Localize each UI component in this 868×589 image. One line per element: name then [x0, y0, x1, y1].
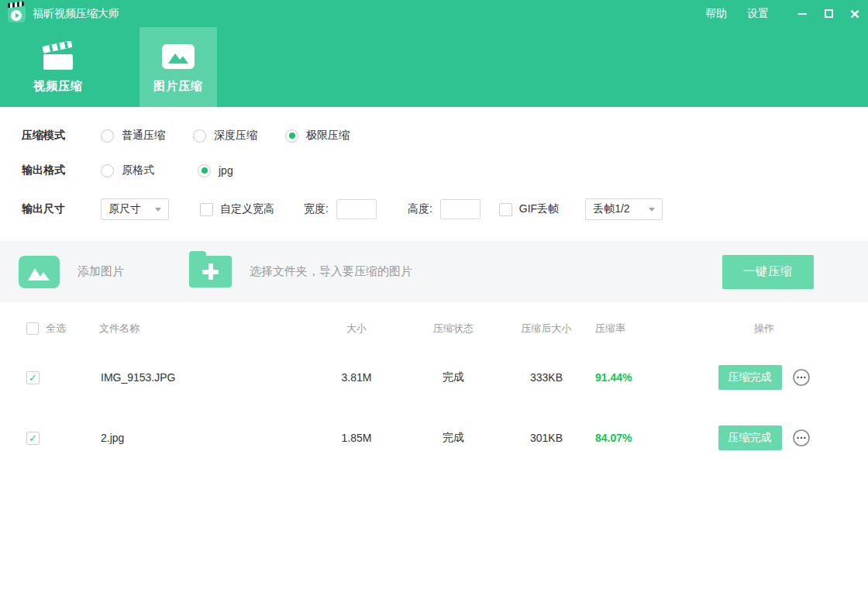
radio-normal-compress[interactable]: 普通压缩 [101, 129, 165, 143]
cell-actions: 压缩完成 [682, 365, 846, 390]
checkbox-checked-icon [26, 432, 40, 445]
more-options-button[interactable] [792, 368, 811, 387]
close-icon: × [850, 5, 859, 22]
add-images-button[interactable]: 添加图片 [19, 256, 124, 288]
output-size-label: 输出尺寸 [22, 202, 101, 216]
header-status: 压缩状态 [403, 322, 504, 336]
maximize-icon [825, 9, 833, 18]
radio-icon-selected [198, 164, 211, 177]
radio-extreme-compress[interactable]: 极限压缩 [285, 129, 350, 143]
checkbox-label: 自定义宽高 [220, 202, 274, 216]
row-checkbox[interactable] [22, 371, 99, 384]
radio-label: 极限压缩 [306, 129, 350, 143]
minimize-button[interactable] [789, 0, 815, 27]
settings-menu-item[interactable]: 设置 [747, 7, 769, 21]
compress-mode-row: 压缩模式 普通压缩 深度压缩 极限压缩 [22, 129, 868, 143]
maximize-button[interactable] [815, 0, 842, 27]
picture-icon [160, 41, 196, 72]
cell-status: 完成 [403, 431, 504, 445]
output-format-label: 输出格式 [22, 164, 101, 177]
output-size-row: 输出尺寸 原尺寸 自定义宽高 宽度: 高度: GIF丢帧 丢帧1/2 [22, 198, 868, 220]
clapperboard-icon [40, 41, 76, 72]
cell-ratio: 91.44% [589, 371, 682, 384]
file-table: 全选 文件名称 大小 压缩状态 压缩后大小 压缩率 操作 IMG_9153.JP… [0, 310, 868, 468]
row-checkbox[interactable] [22, 432, 99, 445]
checkbox-checked-icon [26, 371, 40, 384]
chevron-down-icon [155, 208, 161, 212]
width-label: 宽度: [304, 202, 329, 216]
radio-icon [193, 129, 206, 143]
cell-compressed-size: 333KB [504, 371, 589, 384]
checkbox-label: GIF丢帧 [519, 202, 559, 216]
radio-label: 深度压缩 [214, 129, 257, 143]
cell-actions: 压缩完成 [682, 425, 846, 450]
custom-size-checkbox[interactable]: 自定义宽高 [200, 202, 274, 216]
tab-video-compress[interactable]: 视频压缩 [19, 27, 97, 107]
import-bar: 添加图片 选择文件夹，导入要压缩的图片 一键压缩 [0, 241, 868, 302]
tab-strip: 视频压缩 图片压缩 [0, 27, 868, 107]
frame-drop-select[interactable]: 丢帧1/2 [585, 198, 663, 220]
app-logo-icon [8, 5, 26, 22]
minimize-icon [797, 13, 807, 15]
frame-drop-select-value: 丢帧1/2 [593, 202, 629, 216]
radio-original-format[interactable]: 原格式 [101, 164, 154, 177]
table-row: IMG_9153.JPG 3.81M 完成 333KB 91.44% 压缩完成 [22, 347, 846, 408]
cell-ratio: 84.07% [589, 432, 682, 444]
clapper-top-icon [8, 2, 25, 9]
height-label: 高度: [408, 202, 432, 216]
radio-jpg-format[interactable]: jpg [198, 164, 233, 177]
cell-size: 1.85M [310, 432, 403, 444]
header-actions: 操作 [682, 322, 846, 336]
table-row: 2.jpg 1.85M 完成 301KB 84.07% 压缩完成 [22, 408, 846, 468]
width-input[interactable] [336, 199, 377, 219]
checkbox-icon [200, 203, 213, 216]
height-input[interactable] [440, 199, 480, 219]
settings-panel: 压缩模式 普通压缩 深度压缩 极限压缩 输出格式 原格式 jpg 输出尺寸 原尺… [0, 107, 868, 220]
radio-label: jpg [219, 164, 233, 177]
tab-label: 图片压缩 [153, 79, 203, 94]
cell-file-name: IMG_9153.JPG [99, 371, 310, 384]
tab-label: 视频压缩 [33, 79, 83, 94]
header-file-name: 文件名称 [99, 322, 310, 336]
select-folder-label: 选择文件夹，导入要压缩的图片 [250, 264, 412, 279]
radio-icon [101, 164, 114, 177]
chevron-down-icon [649, 208, 655, 212]
radio-label: 普通压缩 [122, 129, 165, 143]
checkbox-icon [26, 322, 39, 335]
app-title: 福昕视频压缩大师 [33, 7, 119, 21]
compress-done-button[interactable]: 压缩完成 [718, 425, 782, 450]
compress-mode-label: 压缩模式 [22, 129, 101, 143]
close-button[interactable]: × [842, 0, 868, 27]
output-format-row: 输出格式 原格式 jpg [22, 164, 868, 177]
ellipsis-circle-icon [792, 368, 811, 387]
gif-dropframe-checkbox[interactable]: GIF丢帧 [499, 202, 559, 216]
one-click-compress-button[interactable]: 一键压缩 [722, 255, 814, 289]
radio-label: 原格式 [122, 164, 154, 177]
help-menu-item[interactable]: 帮助 [705, 7, 727, 21]
cell-size: 3.81M [310, 371, 403, 384]
table-header: 全选 文件名称 大小 压缩状态 压缩后大小 压缩率 操作 [22, 310, 846, 347]
folder-plus-icon [189, 256, 232, 288]
select-folder-button[interactable]: 选择文件夹，导入要压缩的图片 [189, 256, 412, 288]
more-options-button[interactable] [792, 429, 811, 447]
tab-image-compress[interactable]: 图片压缩 [140, 27, 217, 107]
radio-icon-selected [285, 129, 298, 143]
header-compressed-size: 压缩后大小 [504, 322, 589, 336]
select-all-label: 全选 [46, 322, 66, 336]
compress-done-button[interactable]: 压缩完成 [718, 365, 782, 390]
cell-file-name: 2.jpg [99, 432, 310, 444]
ellipsis-circle-icon [792, 429, 811, 447]
header-ratio: 压缩率 [589, 322, 682, 336]
cell-status: 完成 [403, 370, 504, 384]
select-all-checkbox[interactable]: 全选 [22, 322, 99, 336]
add-images-label: 添加图片 [78, 264, 124, 279]
size-select[interactable]: 原尺寸 [101, 198, 169, 220]
radio-deep-compress[interactable]: 深度压缩 [193, 129, 257, 143]
radio-icon [101, 129, 114, 143]
picture-plus-icon [19, 256, 60, 288]
cell-compressed-size: 301KB [504, 432, 589, 444]
size-select-value: 原尺寸 [108, 202, 141, 216]
header-size: 大小 [310, 322, 403, 336]
checkbox-icon [499, 203, 512, 216]
titlebar: 福昕视频压缩大师 帮助 设置 × [0, 0, 868, 27]
